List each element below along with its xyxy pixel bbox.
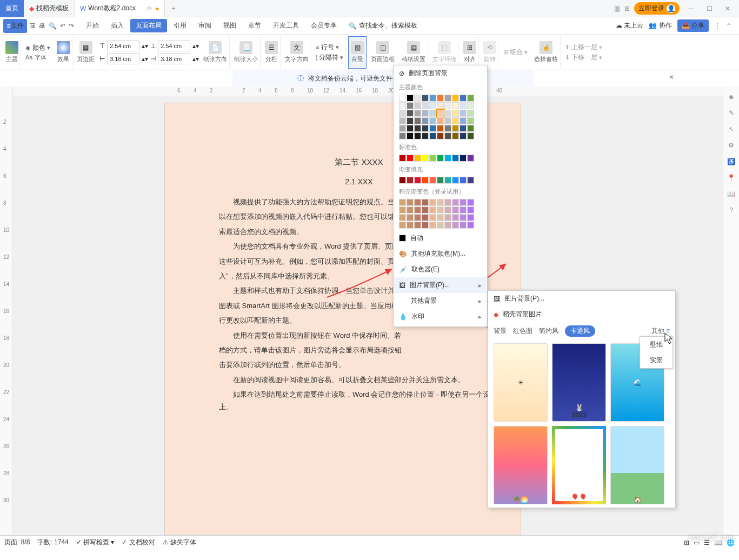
color-swatch[interactable]: [429, 214, 436, 221]
color-swatch[interactable]: [467, 177, 474, 184]
search-command[interactable]: 🔍 查找命令、搜索模板: [349, 21, 417, 30]
color-swatch[interactable]: [444, 214, 451, 221]
color-swatch[interactable]: [460, 95, 467, 102]
qa-redo-icon[interactable]: ↷: [69, 22, 74, 30]
margin-left-input[interactable]: [107, 54, 139, 64]
close-button[interactable]: ✕: [721, 2, 735, 16]
tool-settings-icon[interactable]: ⚙: [728, 142, 734, 149]
color-swatch[interactable]: [460, 155, 467, 162]
dd-more-fill[interactable]: 🎨其他填充颜色(M)...: [394, 246, 487, 262]
color-swatch[interactable]: [422, 102, 429, 109]
color-swatch[interactable]: [422, 177, 429, 184]
color-swatch[interactable]: [407, 95, 414, 102]
ribbon-rotate[interactable]: ⟲旋转: [481, 36, 499, 69]
color-swatch[interactable]: [452, 214, 459, 221]
color-swatch[interactable]: [414, 132, 421, 139]
color-swatch[interactable]: [437, 125, 444, 132]
color-swatch[interactable]: [467, 199, 474, 206]
cat-bg[interactable]: 背景: [494, 326, 507, 336]
ribbon-selpane[interactable]: ☝选择窗格: [532, 36, 561, 69]
color-swatch[interactable]: [422, 110, 429, 117]
tab-insert[interactable]: 插入: [105, 19, 129, 32]
apps-icon[interactable]: ⊞: [624, 5, 630, 12]
color-swatch[interactable]: [399, 155, 406, 162]
qa-undo-icon[interactable]: ↶: [60, 22, 65, 30]
ribbon-group[interactable]: ⊞ 组合 ▾: [503, 48, 528, 57]
qa-print-icon[interactable]: 🖶: [39, 22, 45, 30]
color-swatch[interactable]: [399, 95, 406, 102]
color-swatch[interactable]: [414, 125, 421, 132]
ribbon-paper[interactable]: ▤稿纸设置: [400, 36, 428, 69]
ribbon-theme[interactable]: 主题: [3, 36, 21, 69]
tool-help-icon[interactable]: ?: [729, 206, 733, 214]
ribbon-margin[interactable]: ▦ 页边距: [75, 36, 97, 69]
collapse-icon[interactable]: ⌃: [726, 22, 731, 30]
color-swatch[interactable]: [444, 125, 451, 132]
color-swatch[interactable]: [422, 214, 429, 221]
color-swatch[interactable]: [444, 222, 451, 229]
color-swatch[interactable]: [437, 155, 444, 162]
color-swatch[interactable]: [437, 222, 444, 229]
ribbon-up[interactable]: ⬆ 上移一层 ▾: [565, 43, 602, 52]
color-swatch[interactable]: [407, 117, 414, 124]
status-page[interactable]: 页面: 8/8: [4, 538, 30, 547]
color-swatch[interactable]: [422, 155, 429, 162]
color-swatch[interactable]: [407, 214, 414, 221]
bg-thumb[interactable]: 🏠: [610, 426, 664, 504]
login-button[interactable]: 立即登录 👤: [634, 2, 680, 15]
minimize-button[interactable]: —: [684, 2, 698, 16]
ribbon-wrap[interactable]: ⬚文字环绕: [430, 36, 459, 69]
tab-member[interactable]: 会员专享: [305, 19, 342, 32]
color-swatch[interactable]: [452, 125, 459, 132]
color-swatch[interactable]: [437, 102, 444, 109]
color-swatch[interactable]: [399, 117, 406, 124]
color-swatch[interactable]: [429, 102, 436, 109]
color-swatch[interactable]: [422, 206, 429, 214]
dd-pic-bg[interactable]: 🖼图片背景(P)...▸: [394, 277, 487, 293]
color-swatch[interactable]: [414, 155, 421, 162]
color-swatch[interactable]: [429, 132, 436, 139]
color-swatch[interactable]: [399, 222, 406, 229]
color-swatch[interactable]: [399, 132, 406, 139]
color-swatch[interactable]: [467, 206, 474, 214]
color-swatch[interactable]: [467, 132, 474, 139]
color-swatch[interactable]: [460, 102, 467, 109]
color-swatch[interactable]: [429, 155, 436, 162]
color-swatch[interactable]: [444, 95, 451, 102]
ribbon-pagedir[interactable]: 📄纸张方向: [201, 36, 230, 69]
bg-thumb[interactable]: 🐰2023: [552, 343, 606, 422]
color-swatch[interactable]: [422, 199, 429, 206]
dd-other-bg[interactable]: 其他背景▸: [394, 293, 487, 309]
cat-more[interactable]: 其他 ≡: [651, 326, 670, 336]
color-swatch[interactable]: [414, 222, 421, 229]
status-proof[interactable]: ✓ 文档校对: [122, 538, 155, 547]
ribbon-down[interactable]: ⬇ 下移一层 ▾: [565, 53, 602, 62]
margin-right-input[interactable]: [158, 54, 190, 64]
dd-auto[interactable]: 自动: [394, 230, 487, 246]
dd-watermark[interactable]: 💧水印▸: [394, 309, 487, 324]
color-swatch[interactable]: [460, 125, 467, 132]
color-swatch[interactable]: [429, 206, 436, 214]
color-swatch[interactable]: [452, 155, 459, 162]
color-swatch[interactable]: [429, 110, 436, 117]
ribbon-effect[interactable]: 效果: [55, 36, 72, 69]
color-swatch[interactable]: [407, 125, 414, 132]
tool-book-icon[interactable]: 📖: [727, 190, 735, 198]
color-swatch[interactable]: [444, 177, 451, 184]
color-swatch[interactable]: [429, 199, 436, 206]
tool-diamond-icon[interactable]: ◈: [729, 93, 734, 101]
color-swatch[interactable]: [444, 110, 451, 117]
color-swatch[interactable]: [414, 95, 421, 102]
color-swatch[interactable]: [429, 95, 436, 102]
status-font[interactable]: ⚠ 缺失字体: [163, 538, 196, 547]
ribbon-hyphen[interactable]: ¦ 分隔符 ▾: [316, 53, 343, 62]
cat-cartoon[interactable]: 卡通风: [565, 325, 595, 337]
color-swatch[interactable]: [452, 199, 459, 206]
color-swatch[interactable]: [460, 222, 467, 229]
color-swatch[interactable]: [460, 199, 467, 206]
color-swatch[interactable]: [437, 95, 444, 102]
ribbon-linenum[interactable]: ≡ 行号 ▾: [316, 43, 339, 52]
color-swatch[interactable]: [467, 95, 474, 102]
color-swatch[interactable]: [399, 177, 406, 184]
color-swatch[interactable]: [399, 102, 406, 109]
